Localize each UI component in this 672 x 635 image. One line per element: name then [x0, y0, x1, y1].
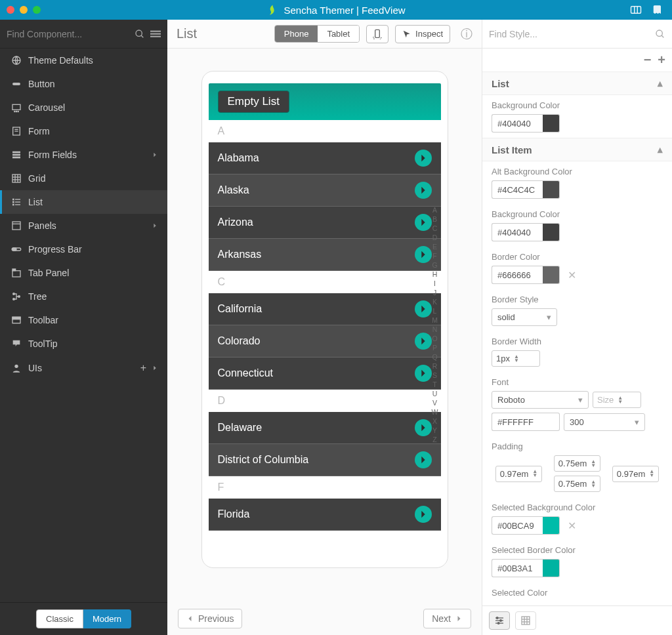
sidebar-item-grid[interactable]: Grid — [0, 167, 167, 190]
index-letter[interactable]: N — [432, 325, 438, 334]
padding-input[interactable]: 0.97em▲▼ — [495, 466, 542, 482]
color-swatch[interactable] — [543, 223, 560, 241]
font-size-input[interactable]: Size▲▼ — [593, 392, 641, 408]
color-value-input[interactable] — [492, 223, 543, 241]
collapse-icon[interactable]: ▴ — [658, 77, 663, 89]
index-letter[interactable]: E — [432, 242, 438, 251]
disclosure-icon[interactable] — [415, 182, 432, 199]
sidebar-item-tab-panel[interactable]: Tab Panel — [0, 261, 167, 285]
disclosure-icon[interactable] — [415, 150, 432, 167]
color-swatch[interactable] — [543, 266, 560, 284]
list-item[interactable]: Colorado — [209, 325, 441, 358]
book-icon[interactable] — [651, 4, 663, 16]
color-value-input[interactable] — [492, 266, 543, 284]
group-header[interactable]: List▴ — [482, 72, 672, 95]
expand-all-icon[interactable]: + — [658, 52, 665, 68]
index-letter[interactable]: Z — [432, 435, 438, 444]
spinner-input[interactable]: 1px▲▼ — [492, 350, 540, 367]
close-window[interactable] — [7, 6, 14, 14]
index-letter[interactable]: O — [432, 334, 438, 343]
index-letter[interactable]: T — [432, 380, 438, 389]
inspect-button[interactable]: Inspect — [395, 25, 450, 43]
list-item[interactable]: California — [209, 293, 441, 325]
group-header[interactable]: List Item▴ — [482, 138, 672, 161]
disclosure-icon[interactable] — [415, 246, 432, 263]
sidebar-item-toolbar[interactable]: Toolbar — [0, 308, 167, 332]
find-style-input[interactable] — [489, 29, 655, 39]
index-letter[interactable]: Q — [432, 352, 438, 361]
collapse-icon[interactable]: ▴ — [658, 144, 663, 155]
disclosure-icon[interactable] — [415, 419, 432, 436]
sidebar-item-progress-bar[interactable]: Progress Bar — [0, 237, 167, 261]
sidebar-item-tree[interactable]: Tree — [0, 285, 167, 308]
index-letter[interactable]: A — [432, 205, 438, 215]
index-letter[interactable]: M — [432, 316, 438, 325]
padding-input[interactable]: 0.97em▲▼ — [612, 466, 659, 482]
sidebar-item-uis[interactable]: UIs+ — [0, 356, 167, 380]
list-item[interactable]: Alaska — [209, 174, 441, 207]
index-letter[interactable]: B — [432, 215, 438, 224]
color-swatch[interactable] — [543, 180, 560, 199]
index-letter[interactable]: G — [432, 260, 438, 270]
index-letter[interactable]: V — [432, 398, 438, 407]
search-icon[interactable] — [135, 29, 145, 39]
clear-icon[interactable]: ✕ — [568, 520, 576, 532]
maximize-window[interactable] — [33, 6, 41, 14]
previous-button[interactable]: Previous — [178, 609, 242, 628]
font-family-select[interactable]: Roboto▾ — [492, 391, 589, 409]
sidebar-item-carousel[interactable]: Carousel — [0, 96, 167, 119]
index-letter[interactable]: W — [432, 407, 438, 417]
list-item[interactable]: District of Columbia — [209, 444, 441, 476]
list-body[interactable]: AAlabamaAlaskaArizonaArkansasCCalifornia… — [209, 120, 441, 556]
sidebar-item-list[interactable]: List — [0, 190, 167, 214]
grid-view-button[interactable] — [515, 611, 536, 630]
sidebar-item-panels[interactable]: Panels — [0, 214, 167, 237]
classic-toggle[interactable]: Classic — [36, 609, 83, 628]
disclosure-icon[interactable] — [415, 451, 432, 468]
index-letter[interactable]: S — [432, 371, 438, 380]
find-component-input[interactable] — [7, 29, 129, 39]
index-letter[interactable]: P — [432, 343, 438, 352]
list-item[interactable]: Delaware — [209, 412, 441, 444]
color-swatch[interactable] — [543, 413, 560, 431]
select-input[interactable]: solid▾ — [492, 308, 557, 326]
sidebar-item-tooltip[interactable]: ToolTip — [0, 332, 167, 356]
index-letter[interactable]: Y — [432, 426, 438, 435]
index-letter[interactable]: H — [432, 270, 438, 279]
disclosure-icon[interactable] — [415, 300, 432, 318]
index-letter[interactable]: J — [432, 288, 438, 297]
padding-input[interactable]: 0.75em▲▼ — [554, 476, 600, 492]
index-letter[interactable]: F — [432, 251, 438, 260]
list-item[interactable]: Connecticut — [209, 358, 441, 390]
sidebar-item-button[interactable]: Button — [0, 72, 167, 96]
index-letter[interactable]: L — [432, 306, 438, 316]
color-value-input[interactable] — [492, 559, 543, 577]
index-letter[interactable]: K — [432, 297, 438, 306]
index-letter[interactable]: C — [432, 224, 438, 233]
index-letter[interactable]: X — [432, 417, 438, 426]
sidebar-item-theme-defaults[interactable]: Theme Defaults — [0, 49, 167, 72]
index-letter[interactable]: U — [432, 389, 438, 398]
sidebar-item-form-fields[interactable]: Form Fields — [0, 143, 167, 167]
disclosure-icon[interactable] — [415, 214, 432, 231]
rotate-device-button[interactable] — [366, 25, 388, 43]
list-item[interactable]: Florida — [209, 499, 441, 531]
font-color-input[interactable] — [492, 413, 543, 431]
index-letter[interactable]: R — [432, 361, 438, 371]
index-letter[interactable]: I — [432, 279, 438, 288]
clear-icon[interactable]: ✕ — [568, 269, 576, 281]
color-value-input[interactable] — [492, 114, 543, 133]
menu-icon[interactable] — [150, 29, 161, 39]
disclosure-icon[interactable] — [415, 333, 432, 350]
list-item[interactable]: Arizona — [209, 207, 441, 239]
next-button[interactable]: Next — [423, 609, 471, 628]
device-tablet[interactable]: Tablet — [318, 26, 359, 42]
info-icon[interactable]: ⓘ — [461, 26, 472, 42]
video-icon[interactable] — [630, 4, 642, 16]
index-letter[interactable]: D — [432, 233, 438, 242]
disclosure-icon[interactable] — [415, 365, 432, 382]
search-icon[interactable] — [655, 29, 665, 39]
collapse-all-icon[interactable]: − — [644, 52, 652, 68]
color-value-input[interactable] — [492, 180, 543, 199]
font-weight-select[interactable]: 300▾ — [564, 413, 645, 431]
